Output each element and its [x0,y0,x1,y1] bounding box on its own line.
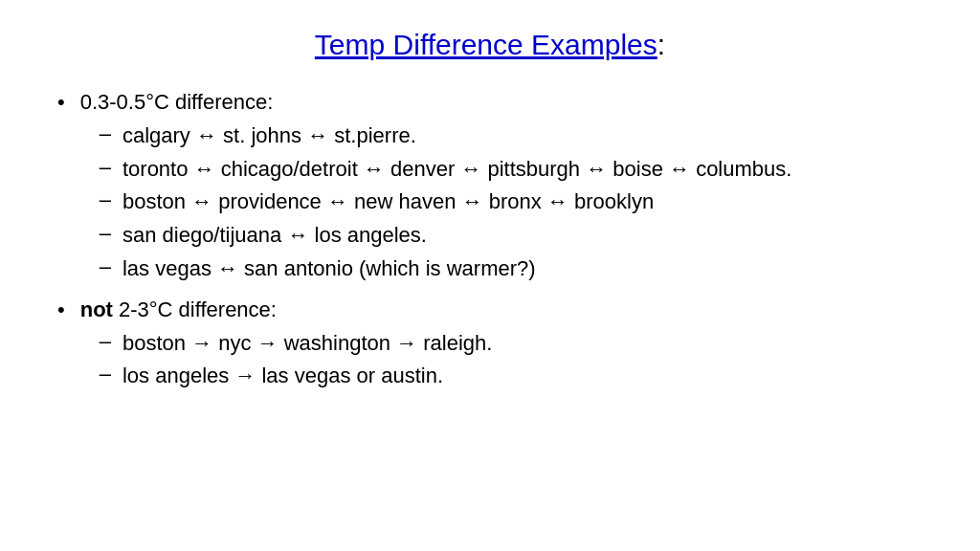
sub-list-1: – calgary ↔ st. johns ↔ st.pierre. – tor… [80,121,792,284]
title-colon: : [657,29,665,60]
item-1-text: 0.3-0.5°C difference: [80,88,792,118]
dash-icon: – [100,187,111,212]
list-item: – boston → nyc → washington → raleigh. [80,329,493,359]
slide: Temp Difference Examples: • 0.3-0.5°C di… [0,0,980,551]
sub-item-text: las vegas ↔ san antonio (which is warmer… [122,254,536,284]
sub-item-text: boston → nyc → washington → raleigh. [122,329,492,359]
bold-not: not [80,298,113,321]
bullet-2: • [57,298,65,322]
dash-icon: – [100,221,111,246]
sub-list-2: – boston → nyc → washington → raleigh. –… [80,329,493,392]
dash-icon: – [100,362,111,386]
bullet-1: • [57,90,65,115]
list-item: – calgary ↔ st. johns ↔ st.pierre. [80,121,792,151]
sub-item-text: toronto ↔ chicago/detroit ↔ denver ↔ pit… [122,155,791,185]
sub-item-text: san diego/tijuana ↔ los angeles. [122,221,427,251]
list-item-2: • not 2-3°C difference: – boston → nyc →… [57,296,923,395]
slide-title-link: Temp Difference Examples [315,29,657,60]
dash-icon: – [100,329,111,354]
sub-item-text: boston ↔ providence ↔ new haven ↔ bronx … [122,187,654,217]
list-item: – las vegas ↔ san antonio (which is warm… [80,254,792,284]
item-1-content: 0.3-0.5°C difference: – calgary ↔ st. jo… [80,88,792,288]
content-area: • 0.3-0.5°C difference: – calgary ↔ st. … [57,88,923,522]
list-item: – toronto ↔ chicago/detroit ↔ denver ↔ p… [80,155,792,185]
dash-icon: – [100,121,111,146]
sub-item-text: los angeles → las vegas or austin. [122,362,443,391]
item-2-text: not 2-3°C difference: [80,296,493,325]
main-list: • 0.3-0.5°C difference: – calgary ↔ st. … [57,88,923,395]
item-2-content: not 2-3°C difference: – boston → nyc → w… [80,296,493,395]
list-item-1: • 0.3-0.5°C difference: – calgary ↔ st. … [57,88,923,288]
list-item: – boston ↔ providence ↔ new haven ↔ bron… [80,187,792,217]
list-item: – san diego/tijuana ↔ los angeles. [80,221,792,251]
title-row: Temp Difference Examples: [57,29,923,61]
sub-item-text: calgary ↔ st. johns ↔ st.pierre. [122,121,416,151]
list-item: – los angeles → las vegas or austin. [80,362,493,391]
dash-icon: – [100,155,111,180]
dash-icon: – [100,254,111,279]
